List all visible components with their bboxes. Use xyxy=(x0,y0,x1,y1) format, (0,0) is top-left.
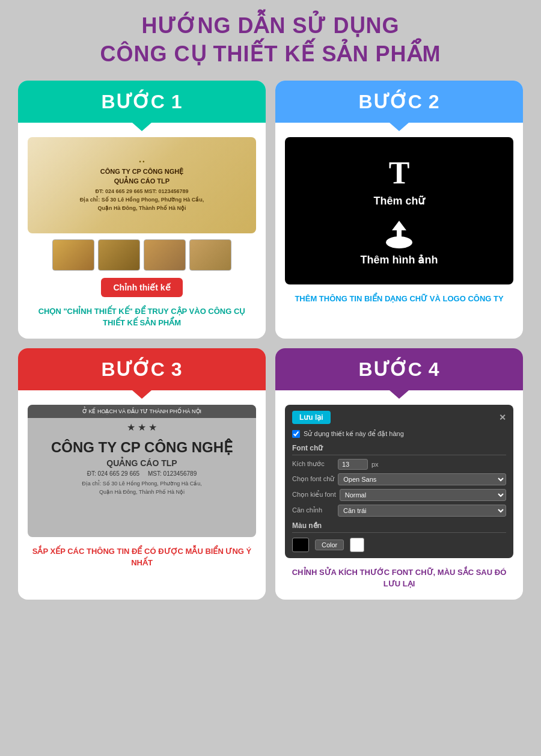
design-panel: T Thêm chữ Thêm hình ảnh xyxy=(285,137,513,284)
title-line2: CÔNG CỤ THIẾT KẾ SẢN PHẨM xyxy=(100,41,441,66)
step2-body: T Thêm chữ Thêm hình ảnh THÊM THÔNG TIN … xyxy=(275,123,523,339)
add-image-item: Thêm hình ảnh xyxy=(361,220,438,266)
t-icon: T xyxy=(389,155,410,191)
use-design-row: Sử dụng thiết kế này để đặt hàng xyxy=(292,430,506,438)
sign-stars: ★ ★ ★ xyxy=(28,422,256,433)
step2-card: BƯỚC 2 T Thêm chữ Thêm hình ảnh THÊM THÔ… xyxy=(275,81,523,339)
thumbnail-4[interactable] xyxy=(189,239,231,271)
bg-section-label: Màu nền xyxy=(292,521,506,533)
color-button[interactable]: Color xyxy=(315,539,344,550)
steps-grid: BƯỚC 1 • • CÔNG TY CP CÔNG NGHỆ QUẢNG CÁ… xyxy=(18,81,523,600)
add-image-label: Thêm hình ảnh xyxy=(361,253,438,266)
size-row: Kích thước px xyxy=(292,459,506,470)
size-label: Kích thước xyxy=(292,460,334,468)
step1-description: CHỌN "CHỈNH THIẾT KẾ" ĐỂ TRUY CẬP VÀO CÔ… xyxy=(28,306,256,329)
step1-label: BƯỚC 1 xyxy=(102,90,183,113)
svg-point-1 xyxy=(386,236,412,248)
step3-description: SẮP XẾP CÁC THÔNG TIN ĐỂ CÓ ĐƯỢC MẪU BIỂ… xyxy=(28,545,256,569)
sign-mst: MST: 0123456789 xyxy=(148,470,197,477)
sign-top-bar: Ở KẾ HOẠCH VÀ ĐẦU TƯ THÀNH PHỐ HÀ NỘI xyxy=(28,405,256,418)
product-addr2: Quận Hà Đông, Thành Phố Hà Nội xyxy=(80,205,204,211)
close-button[interactable]: ✕ xyxy=(499,413,506,422)
main-title: HƯỚNG DẪN SỬ DỤNG CÔNG CỤ THIẾT KẾ SẢN P… xyxy=(100,12,441,69)
step3-header: BƯỚC 3 xyxy=(18,348,266,390)
step4-header: BƯỚC 4 xyxy=(275,348,523,390)
add-text-item: T Thêm chữ xyxy=(373,155,424,207)
product-image: • • CÔNG TY CP CÔNG NGHỆ QUẢNG CÁO TLP Đ… xyxy=(28,137,256,233)
sign-dt: ĐT: 024 665 29 665 xyxy=(87,470,139,477)
step4-card: BƯỚC 4 Lưu lại ✕ Sử dụng thiết kế này để… xyxy=(275,348,523,600)
chinh-thiet-ke-button[interactable]: Chỉnh thiết kế xyxy=(101,278,182,297)
font-select[interactable]: Open Sans xyxy=(338,473,506,485)
product-name-line1: CÔNG TY CP CÔNG NGHỆ xyxy=(80,167,204,176)
step4-label: BƯỚC 4 xyxy=(359,358,440,381)
step1-header: BƯỚC 1 xyxy=(18,81,266,123)
sign-dt-mst: ĐT: 024 665 29 665 MST: 0123456789 xyxy=(28,468,256,479)
thumbnail-row xyxy=(28,239,256,271)
align-label: Căn chỉnh xyxy=(292,506,334,514)
step3-card: BƯỚC 3 Ở KẾ HOẠCH VÀ ĐẦU TƯ THÀNH PHỐ HÀ… xyxy=(18,348,266,600)
save-button[interactable]: Lưu lại xyxy=(292,411,331,424)
step2-header: BƯỚC 2 xyxy=(275,81,523,123)
add-text-label: Thêm chữ xyxy=(373,194,424,207)
thumbnail-1[interactable] xyxy=(52,239,94,271)
step1-body: • • CÔNG TY CP CÔNG NGHỆ QUẢNG CÁO TLP Đ… xyxy=(18,123,266,339)
thumbnail-3[interactable] xyxy=(144,239,186,271)
style-select[interactable]: Normal Can tai xyxy=(340,489,506,501)
step1-card: BƯỚC 1 • • CÔNG TY CP CÔNG NGHỆ QUẢNG CÁ… xyxy=(18,81,266,339)
thumbnail-2[interactable] xyxy=(98,239,140,271)
sign-company-line1: CÔNG TY CP CÔNG NGHỆ xyxy=(28,437,256,459)
step3-body: Ở KẾ HOẠCH VÀ ĐẦU TƯ THÀNH PHỐ HÀ NỘI ★ … xyxy=(18,390,266,600)
sign-addr: Địa chỉ: Số 30 Lê Hồng Phong, Phường Hà … xyxy=(28,479,256,488)
color-row: Color xyxy=(292,538,506,552)
color-swatch-white[interactable] xyxy=(350,538,364,552)
editor-top-bar: Lưu lại ✕ xyxy=(292,411,506,424)
font-row: Chọn font chữ Open Sans xyxy=(292,473,506,485)
sign-addr2: Quận Hà Đông, Thành Phố Hà Nội xyxy=(28,488,256,496)
product-addr: Địa chỉ: Số 30 Lê Hồng Phong, Phường Hà … xyxy=(80,197,204,203)
product-dt: ĐT: 024 665 29 665 MST: 0123456789 xyxy=(80,188,204,194)
sign-company-line2: QUẢNG CÁO TLP xyxy=(28,458,256,468)
editor-panel: Lưu lại ✕ Sử dụng thiết kế này để đặt hà… xyxy=(285,405,513,558)
cloud-upload-icon xyxy=(380,220,418,250)
color-swatch-black[interactable] xyxy=(292,538,309,552)
step4-body: Lưu lại ✕ Sử dụng thiết kế này để đặt hà… xyxy=(275,390,523,600)
align-select[interactable]: Căn trái xyxy=(338,505,506,517)
step3-label: BƯỚC 3 xyxy=(102,358,183,381)
sign-preview: Ở KẾ HOẠCH VÀ ĐẦU TƯ THÀNH PHỐ HÀ NỘI ★ … xyxy=(28,405,256,537)
use-design-checkbox[interactable] xyxy=(292,430,300,438)
font-section-label: Font chữ xyxy=(292,444,506,455)
style-label: Chọn kiểu font xyxy=(292,491,336,499)
size-input[interactable] xyxy=(338,459,368,470)
align-row: Căn chỉnh Căn trái xyxy=(292,505,506,517)
step2-label: BƯỚC 2 xyxy=(359,90,440,113)
title-line1: HƯỚNG DẪN SỬ DỤNG xyxy=(141,13,399,38)
step2-description: THÊM THÔNG TIN BIỂN DẠNG CHỮ VÀ LOGO CÔN… xyxy=(295,293,503,305)
product-name-line2: QUẢNG CÁO TLP xyxy=(80,177,204,186)
step4-description: CHỈNH SỬA KÍCH THƯỚC FONT CHỮ, MÀU SẮC S… xyxy=(285,567,513,590)
use-design-label: Sử dụng thiết kế này để đặt hàng xyxy=(304,430,404,438)
style-row: Chọn kiểu font Normal Can tai xyxy=(292,489,506,501)
size-unit: px xyxy=(371,461,379,468)
font-label: Chọn font chữ xyxy=(292,475,334,483)
